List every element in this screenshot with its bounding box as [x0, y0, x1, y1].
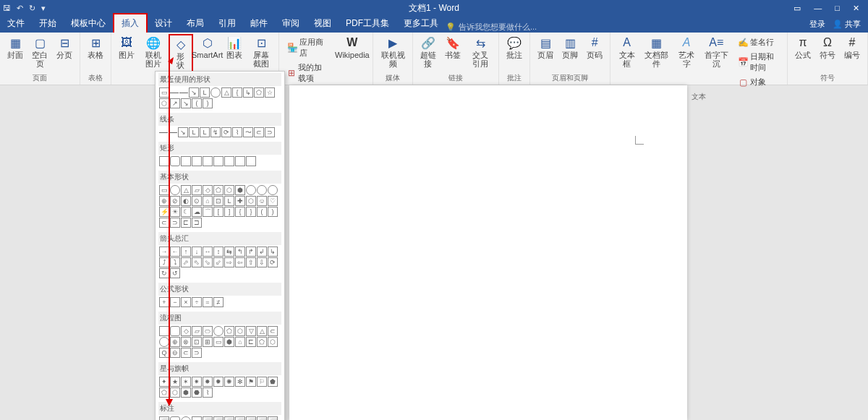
shape-item[interactable]: ☾ [181, 207, 191, 217]
shape-item[interactable]: ↘ [178, 127, 188, 137]
shape-item[interactable]: ⬠ [254, 87, 264, 98]
shapes-button[interactable]: ◇形状 [169, 34, 193, 72]
shape-item[interactable]: ⬜ [235, 416, 245, 420]
shape-item[interactable]: ⬡ [224, 185, 234, 195]
shape-item[interactable] [213, 326, 224, 336]
header-button[interactable]: ▤页眉 [533, 34, 558, 61]
shape-item[interactable]: L [200, 127, 210, 137]
shape-item[interactable]: ↳ [268, 247, 278, 257]
page-break-button[interactable]: ⊟分页 [52, 34, 77, 61]
shape-item[interactable]: ▱ [192, 326, 202, 336]
shape-item[interactable]: ⬢ [224, 337, 234, 347]
shape-item[interactable]: ⚐ [257, 377, 267, 387]
shape-item[interactable]: ▭ [159, 185, 169, 195]
tab-layout[interactable]: 布局 [179, 14, 211, 33]
object-button[interactable]: ▢对象 [735, 75, 782, 89]
shape-item[interactable]: + [159, 297, 169, 307]
shape-item[interactable]: ☁ [192, 416, 202, 420]
shape-item[interactable]: ◐ [181, 196, 191, 206]
shape-item[interactable]: ✸ [203, 377, 213, 387]
shape-item[interactable]: ✷ [192, 377, 202, 387]
shape-item[interactable]: ⌂ [235, 337, 245, 347]
crossref-button[interactable]: ⇆交叉引用 [465, 34, 495, 69]
wordart-button[interactable]: A艺术字 [673, 34, 700, 69]
tab-template[interactable]: 模板中心 [64, 14, 113, 33]
shape-item[interactable]: ⬡ [268, 337, 278, 347]
shape-item[interactable] [235, 156, 245, 166]
shape-item[interactable]: ✚ [235, 196, 245, 206]
online-video-button[interactable]: ▶联机视频 [376, 34, 409, 69]
shape-item[interactable]: ⊂ [254, 127, 264, 137]
shape-item[interactable]: ← [170, 247, 180, 257]
tab-references[interactable]: 引用 [211, 14, 243, 33]
shape-item[interactable]: ⊃ [192, 348, 202, 358]
shape-item[interactable] [203, 156, 213, 166]
shape-item[interactable]: ⊂ [268, 326, 278, 336]
shape-item[interactable]: ⬁ [192, 257, 202, 267]
table-button[interactable]: ⊞表格 [83, 34, 108, 61]
hyperlink-button[interactable]: 🔗超链接 [416, 34, 441, 69]
shape-item[interactable]: ↺ [170, 268, 180, 278]
shape-item[interactable]: △ [221, 87, 231, 98]
shape-item[interactable]: ⬜ [159, 416, 169, 420]
shape-item[interactable] [192, 156, 202, 166]
shape-item[interactable] [181, 416, 191, 420]
shape-item[interactable]: Q [159, 348, 169, 358]
shape-item[interactable]: = [203, 297, 213, 307]
shape-item[interactable]: ☺ [257, 196, 267, 206]
shape-item[interactable]: ▭ [213, 337, 224, 347]
shape-item[interactable]: L [189, 127, 199, 137]
shape-item[interactable]: → [159, 247, 169, 257]
shape-item[interactable]: ⬡ [159, 98, 169, 108]
shape-item[interactable]: ⊡ [192, 337, 202, 347]
tab-insert[interactable]: 插入 [113, 13, 148, 33]
login-link[interactable]: 登录 [809, 19, 825, 30]
shape-item[interactable]: ⬭ [203, 326, 213, 336]
shape-item[interactable]: ⊖ [170, 348, 180, 358]
shape-item[interactable]: ⬠ [224, 326, 234, 336]
refresh-icon[interactable]: ↻ [29, 4, 35, 13]
shape-item[interactable]: ⬢ [235, 185, 245, 195]
shape-item[interactable]: ↓ [192, 247, 202, 257]
shape-item[interactable]: × [181, 297, 191, 307]
shape-item[interactable] [257, 185, 267, 195]
comment-button[interactable]: 💬批注 [502, 34, 527, 61]
shape-item[interactable]: ↗ [170, 98, 180, 108]
dropcap-button[interactable]: A≡首字下沉 [699, 34, 733, 69]
shape-item[interactable]: ↘ [181, 98, 191, 108]
number-button[interactable]: #编号 [840, 34, 864, 61]
shape-item[interactable]: ⤵ [170, 257, 180, 267]
shape-item[interactable]: ↱ [246, 247, 256, 257]
shape-item[interactable]: ✹ [213, 377, 224, 387]
shape-item[interactable] [159, 132, 168, 133]
shape-item[interactable]: ▽ [246, 326, 256, 336]
document-page[interactable] [289, 85, 687, 420]
shape-item[interactable]: ⬜ [268, 416, 278, 420]
shape-item[interactable]: ⟳ [268, 257, 278, 267]
shape-item[interactable]: L [200, 87, 210, 98]
pagenum-button[interactable]: #页码 [582, 34, 607, 61]
shape-item[interactable]: ♡ [268, 196, 278, 206]
shape-item[interactable]: ↯ [210, 127, 221, 137]
shape-item[interactable]: △ [181, 185, 191, 195]
shape-item[interactable]: ⊘ [170, 196, 180, 206]
shape-item[interactable]: ☆ [265, 87, 275, 98]
shape-item[interactable]: ⊡ [213, 196, 224, 206]
shape-item[interactable]: ( [257, 207, 267, 217]
shape-item[interactable] [170, 185, 180, 195]
shape-item[interactable]: ✻ [235, 377, 245, 387]
shape-item[interactable]: ) [268, 207, 278, 217]
tab-home[interactable]: 开始 [32, 14, 64, 33]
shape-item[interactable]: ↰ [235, 247, 245, 257]
ribbon-display-icon[interactable]: ▭ [793, 4, 801, 13]
close-icon[interactable]: ✕ [853, 4, 859, 13]
shape-item[interactable] [268, 185, 278, 195]
shape-item[interactable]: ↑ [181, 247, 191, 257]
shape-item[interactable]: ⬃ [213, 257, 224, 267]
shape-item[interactable]: ↔ [203, 247, 213, 257]
shape-item[interactable] [170, 416, 180, 420]
cover-page-button[interactable]: ▦封面 [3, 34, 27, 61]
minimize-icon[interactable]: — [814, 4, 822, 12]
screenshot-button[interactable]: ⊡屏幕截图 [247, 34, 276, 69]
shape-item[interactable] [169, 132, 177, 133]
